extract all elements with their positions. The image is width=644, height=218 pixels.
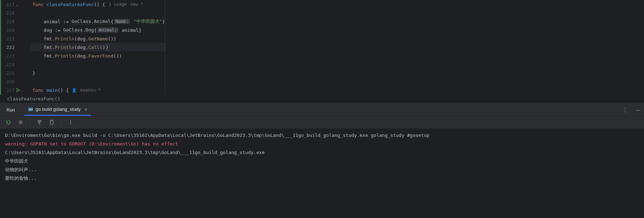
line-number: 224 [1, 62, 16, 67]
toolbar-separator [61, 119, 61, 126]
console-line: 动物的叫声... [5, 165, 639, 174]
run-panel-header: Run GO go build golang_study × ⋮ — [0, 103, 644, 116]
fold-arrow-icon[interactable]: ⌄ [16, 3, 18, 6]
function-name: main [46, 88, 57, 93]
run-tool-title[interactable]: Run [6, 107, 15, 113]
console-warning-line: warning: GOPATH set to GOROOT (D:\Enviro… [5, 140, 639, 148]
fold-arrow-icon[interactable]: ⌄ [21, 88, 23, 92]
code-area[interactable]: func classFeaturesFunc() { 1 usage new *… [30, 0, 165, 95]
svg-rect-2 [19, 120, 22, 124]
function-name: classFeaturesFunc [46, 2, 94, 7]
new-hint: new * [130, 2, 143, 7]
go-file-icon: GO [28, 106, 34, 112]
keyword: func [32, 2, 44, 7]
usage-hint[interactable]: 1 usage [109, 2, 127, 7]
hide-panel-icon[interactable]: — [634, 106, 642, 113]
clear-all-button[interactable] [48, 119, 55, 126]
gutter-row[interactable]: 227 ⌄ [1, 86, 30, 94]
code-line-current[interactable]: fmt.Println(dog.Call()) [30, 43, 165, 51]
line-number: 222 [1, 45, 16, 50]
more-options-icon[interactable]: ⋮ [619, 106, 631, 113]
run-config-tab[interactable]: GO go build golang_study × [24, 104, 91, 116]
svg-point-5 [70, 123, 71, 124]
gutter-row[interactable]: 221 [1, 34, 30, 43]
gutter-row[interactable]: 224 [1, 60, 30, 69]
stop-button[interactable] [17, 119, 24, 126]
keyword: func [32, 88, 44, 93]
console-line: D:\Enviroment\Go\bin\go.exe build -o C:\… [5, 131, 639, 140]
console-line: 中华田园犬 [5, 157, 639, 165]
code-line[interactable]: animal := GoClass.Animal{Name: "中华田园犬"} [30, 17, 165, 26]
gutter-row[interactable]: 217 ⌄ [1, 0, 30, 9]
code-line[interactable]: } [30, 69, 165, 77]
run-tab-label: go build golang_study [36, 106, 81, 112]
breadcrumb-item[interactable]: classFeaturesFunc() [7, 96, 60, 101]
scroll-to-end-button[interactable] [36, 119, 43, 126]
svg-point-4 [70, 122, 71, 122]
line-number: 219 [1, 19, 16, 24]
run-gutter-icon[interactable] [16, 88, 20, 92]
code-line[interactable]: func main() { 👤euansu * [30, 86, 165, 94]
param-hint: Name: [114, 19, 130, 24]
close-tab-icon[interactable]: × [84, 106, 87, 112]
svg-point-3 [70, 120, 71, 121]
console-more-icon[interactable] [67, 119, 74, 126]
line-number: 226 [1, 79, 16, 84]
rerun-button[interactable] [5, 119, 12, 126]
param-hint: Animal: [97, 28, 118, 33]
code-line[interactable]: func classFeaturesFunc() { 1 usage new * [30, 0, 165, 9]
breadcrumb[interactable]: classFeaturesFunc() [0, 95, 644, 103]
code-line[interactable]: dog := GoClass.Dog{Animal: animal} [30, 26, 165, 34]
line-number: 217 [1, 2, 16, 7]
line-number: 223 [1, 53, 16, 59]
gutter-row[interactable]: 225 [1, 69, 30, 77]
console-output[interactable]: D:\Enviroment\Go\bin\go.exe build -o C:\… [0, 128, 644, 185]
line-number: 227 [1, 88, 16, 93]
toolbar-separator [30, 119, 30, 126]
editor-wrap: 217 ⌄ 218 219 220 221 222 [0, 0, 644, 95]
gutter-row[interactable]: 222 [1, 43, 30, 51]
code-line[interactable]: fmt.Println(dog.GetName()) [30, 34, 165, 43]
author-icon: 👤 [72, 88, 77, 93]
editor-split-right [165, 0, 404, 95]
author-hint[interactable]: euansu * [80, 88, 101, 93]
gutter: 217 ⌄ 218 219 220 221 222 [1, 0, 30, 95]
line-number: 221 [1, 36, 16, 41]
run-toolbar [0, 116, 644, 128]
code-line[interactable]: fmt.Println(dog.FavorFood()) [30, 51, 165, 60]
cursor: ) [105, 45, 110, 50]
gutter-row[interactable]: 223 [1, 51, 30, 60]
gutter-row[interactable]: 219 [1, 17, 30, 26]
gutter-row[interactable]: 226 [1, 77, 30, 86]
code-line[interactable] [30, 60, 165, 69]
console-line: C:\Users\35161\AppData\Local\JetBrains\G… [5, 148, 639, 157]
console-line: 爱吃的食物... [5, 174, 639, 183]
line-number: 220 [1, 28, 16, 33]
svg-text:GO: GO [29, 108, 32, 111]
code-line[interactable] [30, 77, 165, 86]
code-line[interactable] [30, 9, 165, 17]
gutter-row[interactable]: 220 [1, 26, 30, 34]
gutter-row[interactable]: 218 [1, 9, 30, 17]
line-number: 225 [1, 70, 16, 76]
editor-area[interactable]: 217 ⌄ 218 219 220 221 222 [0, 0, 165, 95]
line-number: 218 [1, 10, 16, 16]
